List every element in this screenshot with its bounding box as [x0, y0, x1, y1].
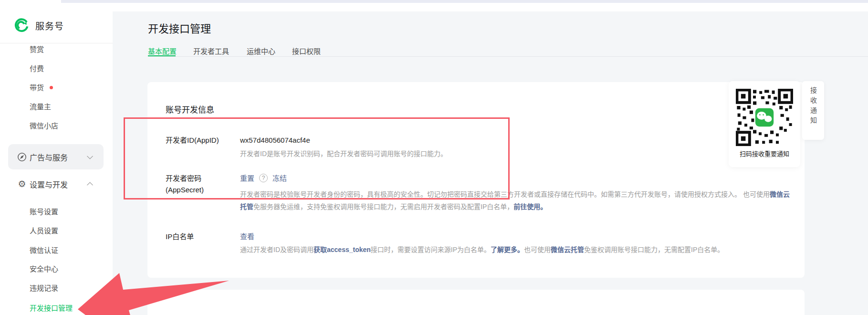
cloudbase-link[interactable]: 微信云托管 [551, 246, 584, 253]
sidebar-item-store[interactable]: 微信小店 [30, 121, 58, 131]
main-content: 开发接口管理 基本配置 开发者工具 运维中心 接口权限 账号开发信息 开发者ID… [113, 11, 868, 315]
sidebar: 服务号 赞赏 付费 带货 流量主 微信小店 广告与服务 ⚙ 设置与开发 [0, 3, 113, 315]
desc-text: 通过开发者ID及密码调用 [240, 246, 314, 253]
tabs-divider [148, 56, 868, 57]
brand-logo-icon [13, 17, 30, 33]
ip-whitelist-label: IP白名单 [166, 231, 238, 242]
sidebar-item-dev-api-management[interactable]: 开发接口管理 [30, 304, 73, 313]
sidebar-group-label: 设置与开发 [30, 178, 68, 190]
sidebar-group-settings[interactable]: ⚙ 设置与开发 [8, 172, 104, 197]
appsecret-label: 开发者密码(AppSecret) [166, 173, 238, 196]
learn-more-link[interactable]: 了解更多。 [491, 246, 524, 253]
gear-icon: ⚙ [17, 179, 27, 189]
sidebar-item-staff-settings[interactable]: 人员设置 [30, 226, 58, 236]
sidebar-item-goods[interactable]: 带货 [30, 83, 53, 93]
sidebar-item-wechat-verify[interactable]: 微信认证 [30, 246, 58, 255]
section-title: 账号开发信息 [166, 103, 214, 115]
go-use-link[interactable]: 前往使用。 [513, 203, 547, 210]
access-token-link[interactable]: 获取access_token [314, 246, 371, 253]
top-white-band [0, 3, 868, 11]
chevron-down-icon [87, 153, 93, 159]
qr-caption: 扫码接收重要通知 [729, 149, 800, 158]
help-icon[interactable]: ? [259, 174, 268, 182]
page-title: 开发接口管理 [148, 20, 211, 35]
tab-ops-center[interactable]: 运维中心 [247, 46, 275, 57]
ip-whitelist-description: 通过开发者ID及密码调用获取access_token接口时，需要设置访问来源IP… [240, 243, 796, 256]
sidebar-item-account-settings[interactable]: 账号设置 [30, 207, 58, 217]
qr-code [736, 89, 793, 146]
ip-whitelist-actions: 查看 [240, 231, 254, 241]
reset-link[interactable]: 重置 [240, 173, 254, 183]
sidebar-divider [0, 43, 113, 43]
next-section-card [147, 290, 805, 315]
freeze-link[interactable]: 冻结 [272, 173, 287, 183]
receive-notice-tab[interactable]: 接收通知 [802, 81, 824, 140]
sidebar-item-violation-record[interactable]: 违规记录 [30, 284, 58, 293]
appsecret-description: 开发者密码是校验账号开发者身份的密码，具有极高的安全性。切记勿把密码直接交给第三… [240, 188, 796, 213]
tab-developer-tools[interactable]: 开发者工具 [193, 46, 229, 57]
appid-label: 开发者ID(AppID) [166, 135, 238, 146]
view-link[interactable]: 查看 [240, 231, 254, 241]
appid-value: wx57d48056074acf4e [240, 136, 310, 145]
desc-text: 也可使用 [524, 246, 551, 253]
sidebar-item-security-center[interactable]: 安全中心 [30, 264, 58, 274]
desc-text: 开发者密码是校验账号开发者身份的密码，具有极高的安全性。切记勿把密码直接交给第三… [240, 190, 770, 198]
wechat-mp-console: 服务号 赞赏 付费 带货 流量主 微信小店 广告与服务 ⚙ 设置与开发 [0, 0, 868, 315]
desc-text: 接口时，需要设置访问来源IP为白名单。 [371, 246, 491, 253]
receive-notice-label: 接收通知 [808, 87, 818, 127]
tab-api-permission[interactable]: 接口权限 [292, 46, 321, 57]
brand: 服务号 [13, 17, 64, 33]
sidebar-item-reward[interactable]: 赞赏 [30, 45, 44, 54]
appid-description: 开发者ID是账号开发识别码，配合开发者密码可调用账号的接口能力。 [240, 147, 796, 160]
brand-name: 服务号 [35, 19, 64, 32]
desc-text: 免鉴权调用账号接口能力，无需配置IP白名单。 [584, 246, 724, 253]
sidebar-group-label: 广告与服务 [30, 151, 68, 163]
account-dev-info-card: 账号开发信息 开发者ID(AppID) wx57d48056074acf4e 开… [147, 82, 805, 278]
sidebar-group-ads[interactable]: 广告与服务 [8, 144, 104, 169]
desc-text: 免服务器免运维，支持免鉴权调用账号接口能力，无需启用开发者密码及配置IP白名单， [253, 203, 513, 210]
sidebar-item-traffic[interactable]: 流量主 [30, 102, 51, 112]
chevron-up-icon [87, 182, 93, 188]
sidebar-item-paid[interactable]: 付费 [30, 64, 44, 74]
qr-notice-panel: 扫码接收重要通知 [729, 81, 800, 167]
appsecret-actions: 重置 ? 冻结 [240, 173, 287, 183]
notification-dot [50, 86, 53, 89]
compass-icon [17, 152, 27, 162]
